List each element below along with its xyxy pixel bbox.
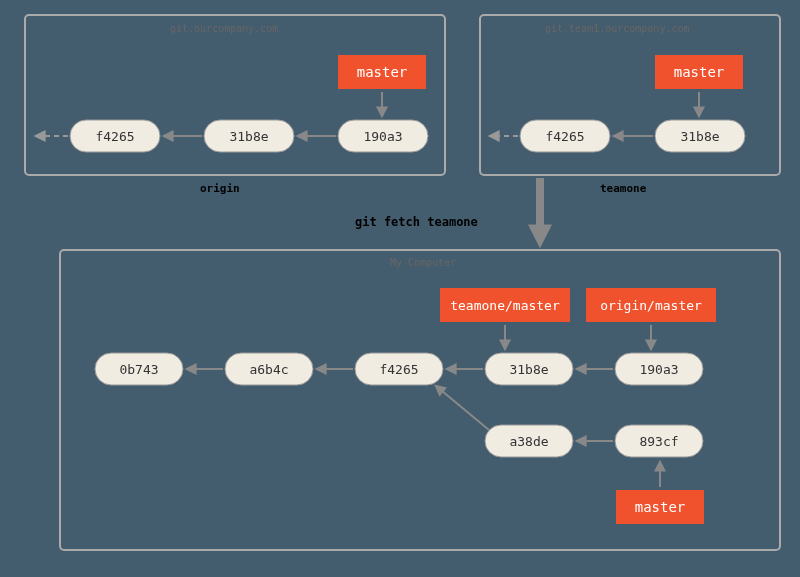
- local-title: My Computer: [390, 257, 456, 268]
- arrow-icon: [436, 386, 489, 430]
- origin-host-label: git.ourcompany.com: [170, 23, 278, 34]
- svg-text:190a3: 190a3: [639, 362, 678, 377]
- svg-text:f4265: f4265: [379, 362, 418, 377]
- svg-text:a6b4c: a6b4c: [249, 362, 288, 377]
- local-box: My Computer teamone/master origin/master…: [60, 250, 780, 550]
- svg-text:190a3: 190a3: [363, 129, 402, 144]
- svg-text:master: master: [635, 499, 686, 515]
- svg-text:31b8e: 31b8e: [229, 129, 268, 144]
- svg-text:a38de: a38de: [509, 434, 548, 449]
- svg-text:master: master: [674, 64, 725, 80]
- origin-remote-box: git.ourcompany.com origin master f4265 3…: [25, 15, 445, 195]
- svg-text:0b743: 0b743: [119, 362, 158, 377]
- svg-text:origin/master: origin/master: [600, 298, 702, 313]
- teamone-remote-box: git.team1.ourcompany.com teamone master …: [480, 15, 780, 195]
- svg-text:893cf: 893cf: [639, 434, 678, 449]
- svg-text:f4265: f4265: [545, 129, 584, 144]
- origin-caption: origin: [200, 182, 240, 195]
- svg-text:master: master: [357, 64, 408, 80]
- svg-text:teamone/master: teamone/master: [450, 298, 560, 313]
- git-diagram: git.ourcompany.com origin master f4265 3…: [0, 0, 800, 577]
- svg-text:31b8e: 31b8e: [680, 129, 719, 144]
- svg-text:31b8e: 31b8e: [509, 362, 548, 377]
- fetch-command-label: git fetch teamone: [355, 215, 478, 229]
- teamone-caption: teamone: [600, 182, 647, 195]
- svg-text:f4265: f4265: [95, 129, 134, 144]
- teamone-host-label: git.team1.ourcompany.com: [545, 23, 690, 34]
